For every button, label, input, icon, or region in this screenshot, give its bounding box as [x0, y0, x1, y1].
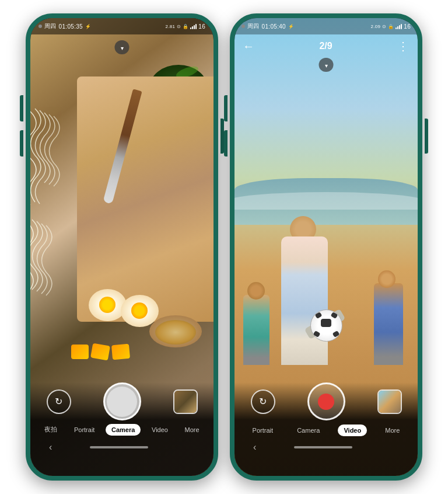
collapse-button-right[interactable]: ▾: [319, 58, 334, 72]
status-time-right: 01:05:40: [262, 23, 286, 30]
vegetable-pieces: [71, 345, 130, 359]
flip-icon: ↻: [55, 396, 62, 407]
tab-portrait-right[interactable]: Portrait: [247, 425, 279, 436]
sig-1: [396, 27, 397, 29]
camera-mode-tabs: 夜拍 Portrait Camera Video More: [30, 423, 214, 436]
signal-bar-4: [195, 24, 197, 29]
sig-2: [397, 26, 398, 29]
camera-mode-tabs-right: Portrait Camera Video More: [235, 425, 418, 436]
tab-video-right[interactable]: Video: [338, 425, 367, 436]
signal-bars-right: [396, 23, 402, 29]
speed-right: 2.09: [370, 24, 380, 29]
ball-patch-center: [321, 319, 331, 327]
more-options-button[interactable]: ⋮: [397, 39, 410, 53]
flash-icon-right: ⚡: [288, 24, 294, 29]
seeds-inner: [155, 320, 196, 345]
person-right: [371, 248, 412, 365]
right-phone: 周四 01:05:40 ⚡ 2.09 ⊙ 🔒 16: [230, 13, 422, 481]
tab-more-right[interactable]: More: [379, 425, 405, 436]
thumbnail-preview: [174, 391, 197, 413]
tab-camera-left[interactable]: Camera: [106, 424, 141, 436]
volume-up-button-right[interactable]: [224, 95, 228, 121]
gallery-thumbnail[interactable]: [173, 389, 198, 414]
status-dot-right: [242, 25, 245, 28]
flip-icon-right: ↻: [259, 396, 267, 407]
volume-down-button-right[interactable]: [224, 130, 228, 156]
status-day-right: 周四: [247, 22, 260, 30]
tab-video-left[interactable]: Video: [146, 424, 174, 436]
signal-bar-1: [190, 27, 191, 29]
signal-bar-2: [192, 26, 193, 29]
nav-back-right[interactable]: ‹: [253, 442, 256, 453]
navigation-bar-right: ‹: [235, 442, 418, 453]
record-dot: [318, 394, 334, 410]
status-left-section: 周四 01:05:35 ⚡: [38, 22, 91, 30]
ball-patch-tr: [331, 312, 338, 319]
status-right-section: 2.81 ⊙ 🔒 16: [165, 23, 205, 30]
soccer-ball: [310, 309, 342, 342]
shutter-controls: ↻: [30, 382, 214, 420]
person-left-head: [247, 282, 265, 300]
lock-icon: 🔒: [183, 24, 188, 29]
status-time-left: 01:05:35: [59, 23, 83, 30]
status-dot: [38, 25, 42, 28]
shutter-controls-right: ↻: [235, 382, 418, 420]
photo-viewer-header: ← 2/9 ⋮: [235, 34, 418, 58]
left-phone: 周四 01:05:35 ⚡ 2.81 ⊙ 🔒 16: [26, 13, 218, 481]
down-arrow-icon-right: ▾: [325, 62, 328, 69]
back-button-right[interactable]: ←: [243, 40, 254, 53]
battery-level-left: 16: [198, 23, 205, 30]
tab-camera-right[interactable]: Camera: [291, 425, 326, 436]
flip-camera-button[interactable]: ↻: [47, 389, 71, 414]
signal-bars: [190, 23, 197, 29]
egg-1: [89, 289, 127, 321]
nav-back-left[interactable]: ‹: [49, 442, 52, 453]
veggie-1: [71, 345, 89, 359]
shutter-button[interactable]: [103, 382, 141, 420]
volume-down-button[interactable]: [20, 130, 23, 156]
gallery-thumbnail-right[interactable]: [377, 389, 402, 414]
speed-indicator: 2.81: [165, 24, 175, 29]
navigation-bar-left: ‹: [30, 442, 214, 453]
veggie-3: [111, 344, 130, 360]
egg-yolk-2: [131, 302, 148, 319]
left-phone-screen: 周四 01:05:35 ⚡ 2.81 ⊙ 🔒 16: [30, 18, 214, 476]
home-indicator-right[interactable]: [294, 446, 352, 448]
status-left-right: 周四 01:05:40 ⚡: [242, 22, 294, 30]
ball-patch-tl: [315, 312, 323, 319]
battery-level-right: 16: [404, 23, 411, 30]
home-indicator-left[interactable]: [90, 446, 148, 448]
sig-4: [401, 24, 402, 29]
wifi-icon-right: ⊙: [382, 24, 386, 29]
power-button-right[interactable]: [425, 119, 428, 154]
seeds-bowl: [149, 315, 202, 347]
noodles: [30, 65, 94, 357]
lock-icon-right: 🔒: [388, 24, 394, 29]
collapse-button[interactable]: ▾: [115, 40, 130, 54]
volume-up-button[interactable]: [20, 95, 23, 121]
person-left-body: [243, 295, 270, 365]
wifi-icon: ⊙: [177, 24, 181, 29]
person-right-head: [378, 270, 396, 288]
tab-night-sight[interactable]: 夜拍: [38, 423, 63, 436]
left-phone-body: 周四 01:05:35 ⚡ 2.81 ⊙ 🔒 16: [26, 13, 218, 481]
person-right-body: [374, 283, 403, 365]
status-bar-left: 周四 01:05:35 ⚡ 2.81 ⊙ 🔒 16: [30, 18, 214, 34]
veggie-2: [90, 343, 110, 361]
ball-patch-bl: [313, 331, 321, 338]
flash-icon: ⚡: [85, 24, 91, 29]
thumbnail-preview-right: [379, 391, 401, 413]
main-person-body: [281, 236, 328, 365]
egg-yolk-1: [99, 297, 116, 313]
flip-camera-button-right[interactable]: ↻: [251, 389, 275, 414]
signal-bar-3: [194, 25, 195, 29]
record-button[interactable]: [307, 382, 345, 420]
down-arrow-icon: ▾: [121, 45, 124, 51]
right-phone-body: 周四 01:05:40 ⚡ 2.09 ⊙ 🔒 16: [230, 13, 422, 481]
right-phone-screen: 周四 01:05:40 ⚡ 2.09 ⊙ 🔒 16: [235, 18, 418, 476]
shutter-inner: [107, 387, 137, 417]
sig-3: [399, 25, 400, 29]
tab-portrait-left[interactable]: Portrait: [68, 424, 100, 436]
status-bar-right: 周四 01:05:40 ⚡ 2.09 ⊙ 🔒 16: [235, 18, 418, 34]
tab-more-left[interactable]: More: [179, 424, 205, 436]
